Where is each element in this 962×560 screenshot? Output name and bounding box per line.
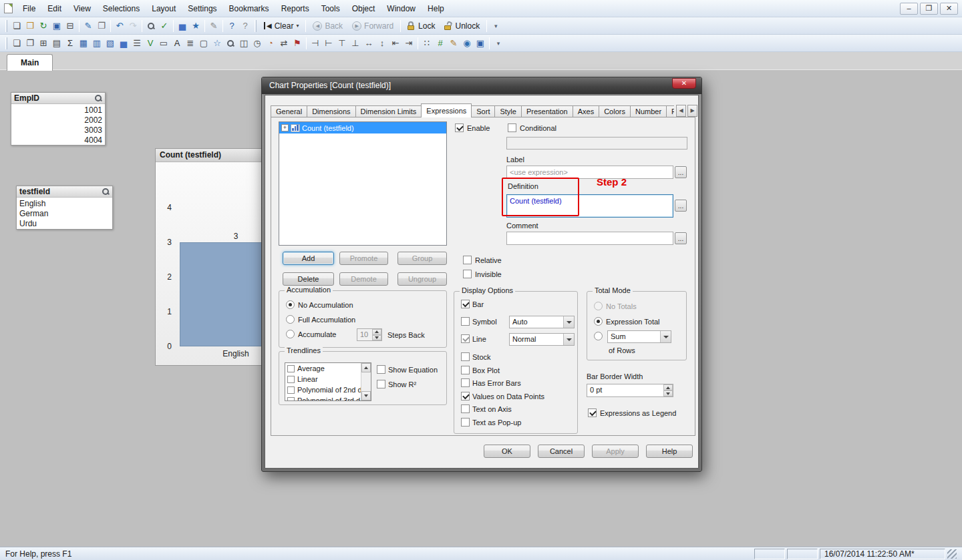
list-item[interactable]: German: [19, 209, 110, 219]
promote-button[interactable]: Promote: [339, 252, 388, 265]
list-item[interactable]: 2002: [14, 115, 102, 125]
tab-expressions[interactable]: Expressions: [421, 103, 472, 117]
document-properties-icon[interactable]: ▤: [50, 37, 63, 50]
no-accumulation-radio[interactable]: [286, 300, 295, 309]
tab-dimension-limits[interactable]: Dimension Limits: [355, 105, 422, 117]
ungroup-button[interactable]: Ungroup: [397, 272, 447, 286]
chevron-down-icon[interactable]: [563, 334, 574, 345]
text-on-axis-checkbox[interactable]: [461, 404, 470, 413]
help-icon[interactable]: ?: [225, 19, 238, 33]
copy-icon[interactable]: ❐: [95, 19, 108, 33]
sheet-properties-icon[interactable]: ❐: [23, 37, 37, 50]
menu-edit[interactable]: Edit: [41, 1, 67, 16]
align-top-icon[interactable]: ⊤: [335, 37, 349, 50]
statistics-box-icon[interactable]: Σ: [63, 37, 77, 50]
menu-reports[interactable]: Reports: [275, 1, 315, 16]
line-checkbox[interactable]: [461, 334, 470, 343]
table-box-icon[interactable]: ▦: [77, 37, 90, 50]
snap-right-icon[interactable]: ⇥: [402, 37, 416, 50]
forward-button[interactable]: ▶ Forward: [347, 19, 398, 33]
space-vertically-icon[interactable]: ↕: [375, 37, 389, 50]
format-painter-icon[interactable]: ✎: [447, 37, 460, 50]
restore-button[interactable]: ❐: [920, 3, 938, 15]
testfield-listbox-caption[interactable]: testfield: [17, 186, 112, 198]
menu-view[interactable]: View: [67, 1, 97, 16]
undo-icon[interactable]: ↶: [113, 19, 126, 33]
star-object-icon[interactable]: ☆: [210, 37, 224, 50]
add-button[interactable]: Add: [283, 252, 334, 265]
scroll-up-icon[interactable]: [361, 363, 371, 372]
bar-checkbox[interactable]: [461, 300, 470, 308]
full-accumulation-radio[interactable]: [286, 315, 295, 324]
redo-icon[interactable]: ↷: [126, 19, 140, 33]
menu-object[interactable]: Object: [346, 1, 381, 16]
definition-expression-button[interactable]: ...: [675, 200, 687, 212]
tab-font[interactable]: Font: [666, 105, 674, 117]
favorites-icon[interactable]: ★: [189, 19, 202, 33]
has-error-bars-checkbox[interactable]: [461, 378, 470, 387]
empid-listbox-caption[interactable]: EmpID: [11, 93, 105, 104]
apply-selection-icon[interactable]: ✓: [158, 19, 171, 33]
spin-down-icon[interactable]: [372, 335, 381, 341]
context-help-icon[interactable]: ?: [238, 19, 252, 33]
snap-left-icon[interactable]: ⇤: [389, 37, 402, 50]
pivot-table-icon[interactable]: ▥: [90, 37, 104, 50]
add-sheet-icon[interactable]: ❏: [10, 37, 23, 50]
menu-layout[interactable]: Layout: [146, 1, 182, 16]
checkbox-icon[interactable]: [287, 376, 295, 383]
search-icon[interactable]: [144, 19, 158, 33]
symbol-dropdown[interactable]: Auto: [509, 316, 575, 328]
close-button[interactable]: ✕: [940, 3, 958, 15]
help-button[interactable]: Help: [646, 445, 693, 458]
minimize-button[interactable]: –: [900, 3, 918, 15]
toolbar-overflow-icon[interactable]: ▾: [492, 37, 505, 50]
multi-box-icon[interactable]: ≣: [184, 37, 197, 50]
bookmark-object-icon[interactable]: ⚑: [291, 37, 304, 50]
tab-presentation[interactable]: Presentation: [521, 105, 573, 117]
enable-checkbox[interactable]: [455, 123, 464, 132]
toolbar-grip[interactable]: [5, 20, 7, 32]
current-selections-box-icon[interactable]: V: [144, 37, 157, 50]
align-right-icon[interactable]: ⊢: [322, 37, 335, 50]
comment-input[interactable]: [506, 232, 673, 245]
chevron-down-icon[interactable]: [660, 331, 671, 342]
container-object-icon[interactable]: ◫: [237, 37, 251, 50]
tab-sort[interactable]: Sort: [471, 105, 495, 117]
annotate-icon[interactable]: ✎: [207, 19, 220, 33]
tab-scroll-right-icon[interactable]: ▶: [687, 105, 697, 117]
list-item[interactable]: English: [19, 199, 110, 209]
line-dropdown[interactable]: Normal: [509, 333, 575, 346]
tab-style[interactable]: Style: [494, 105, 521, 117]
trendline-item[interactable]: Average: [285, 363, 371, 374]
edit-script-icon[interactable]: ✎: [82, 19, 95, 33]
list-item[interactable]: 4004: [14, 135, 102, 146]
reload-icon[interactable]: ↻: [37, 19, 50, 33]
save-layout-icon[interactable]: ▣: [474, 37, 487, 50]
delete-button[interactable]: Delete: [283, 272, 334, 286]
checkbox-icon[interactable]: [287, 386, 295, 394]
tab-scroll-left-icon[interactable]: ◀: [676, 105, 686, 117]
chevron-down-icon[interactable]: [563, 316, 574, 328]
list-item[interactable]: Urdu: [19, 219, 110, 229]
lock-button[interactable]: Lock: [403, 19, 440, 33]
group-button[interactable]: Group: [397, 252, 447, 265]
print-icon[interactable]: ⊟: [63, 19, 77, 33]
quick-chart-icon[interactable]: ▅: [176, 19, 189, 33]
align-left-icon[interactable]: ⊣: [309, 37, 322, 50]
text-object-icon[interactable]: A: [170, 37, 184, 50]
sheet-tab-main[interactable]: Main: [7, 54, 53, 71]
box-plot-checkbox[interactable]: [461, 366, 470, 374]
values-on-data-points-checkbox[interactable]: [461, 392, 470, 400]
search-object-icon[interactable]: [224, 37, 237, 50]
menu-selections[interactable]: Selections: [97, 1, 146, 16]
menu-file[interactable]: File: [17, 1, 41, 16]
search-icon[interactable]: [102, 188, 110, 196]
show-equation-checkbox[interactable]: [377, 365, 385, 374]
menu-settings[interactable]: Settings: [182, 1, 222, 16]
spin-up-icon[interactable]: [663, 384, 673, 390]
aggregation-mode-radio[interactable]: [594, 332, 603, 340]
accumulate-radio[interactable]: [286, 330, 295, 338]
stock-checkbox[interactable]: [461, 352, 470, 361]
definition-input[interactable]: Count (testfield): [506, 194, 673, 218]
relative-checkbox[interactable]: [463, 256, 472, 264]
